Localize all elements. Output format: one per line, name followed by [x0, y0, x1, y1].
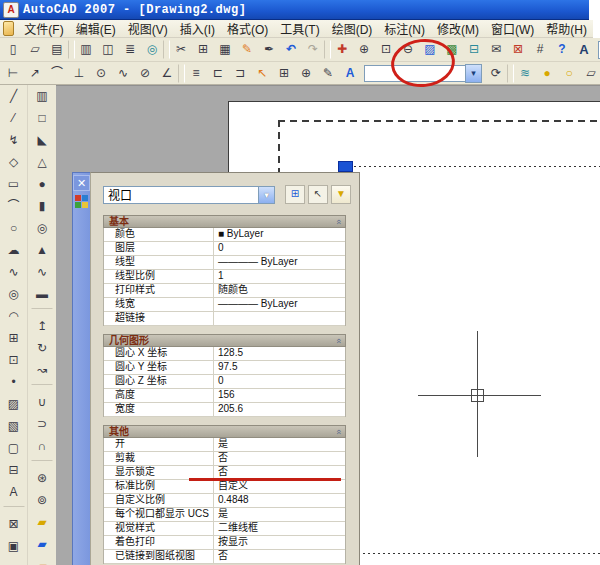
circle-button[interactable]: ○ — [2, 218, 26, 239]
visual-style-3d-hidden-button[interactable]: ▰ — [30, 534, 54, 555]
box-button[interactable]: □ — [30, 108, 54, 129]
property-row[interactable]: 圆心 Y 坐标 97.5 — [104, 361, 345, 375]
paste-button[interactable]: ▦ — [214, 39, 236, 60]
property-row[interactable]: 视觉样式 二维线框 — [104, 522, 345, 536]
save-button[interactable]: ▤ — [46, 39, 68, 60]
wedge-button[interactable]: ◣ — [30, 130, 54, 151]
polysolid-button[interactable]: ▥ — [30, 86, 54, 107]
menu-window[interactable]: 窗口(W) — [485, 19, 540, 38]
intersect-button[interactable]: ∩ — [30, 436, 54, 457]
copy-button[interactable]: ⊞ — [192, 39, 214, 60]
toolbar-separator[interactable] — [31, 308, 53, 314]
block-editor-button[interactable]: ✒ — [258, 39, 280, 60]
toolbar-separator[interactable] — [31, 384, 53, 390]
dimension-text-edit-button[interactable]: A — [339, 63, 361, 84]
toolbar-separator[interactable] — [68, 40, 75, 59]
arc-length-dimension-button[interactable]: ⌒ — [46, 63, 68, 84]
jogged-dimension-button[interactable]: ∿ — [112, 63, 134, 84]
toolbar-separator[interactable] — [324, 40, 331, 59]
etransmit-button[interactable]: ◎ — [141, 39, 163, 60]
toolbar-separator[interactable] — [178, 64, 185, 83]
multiline-text-button[interactable]: A — [2, 482, 26, 503]
plot-button[interactable]: ▥ — [75, 39, 97, 60]
menu-modify[interactable]: 修改(M) — [431, 19, 485, 38]
toolbar-separator[interactable] — [163, 40, 170, 59]
sheet-set-manager-button[interactable]: ⊟ — [463, 39, 485, 60]
quick-select-button[interactable]: ▼ — [331, 185, 351, 204]
collapse-chevron-icon[interactable]: « — [333, 429, 343, 434]
dbconnect-button[interactable]: ⊠ — [507, 39, 529, 60]
designcenter-button[interactable]: ▩ — [441, 39, 463, 60]
plot-preview-button[interactable]: ◫ — [97, 39, 119, 60]
render-button[interactable]: ● — [2, 558, 26, 565]
construction-line-button[interactable]: ⁄ — [2, 108, 26, 129]
pyramid-button[interactable]: ▲ — [30, 240, 54, 261]
quick-leader-button[interactable]: ↖ — [251, 63, 273, 84]
section-header-geometry[interactable]: 几何图形 « — [103, 334, 346, 347]
table-button[interactable]: ⊟ — [2, 460, 26, 481]
new-button[interactable]: ▯ — [2, 39, 24, 60]
revision-cloud-button[interactable]: ☁ — [2, 240, 26, 261]
sweep-button[interactable]: ↝ — [30, 360, 54, 381]
collapse-chevron-icon[interactable]: « — [333, 338, 343, 343]
center-mark-button[interactable]: ⊕ — [295, 63, 317, 84]
match-properties-button[interactable]: ✎ — [236, 39, 258, 60]
toolbar-separator[interactable] — [3, 506, 25, 512]
chevron-down-icon[interactable]: ▾ — [258, 187, 274, 203]
cut-button[interactable]: ✂ — [170, 39, 192, 60]
layer-freeze-icon[interactable]: ○ — [558, 63, 580, 84]
property-row[interactable]: 线型比例 1 — [104, 270, 345, 284]
quickcalc-button[interactable]: # — [529, 39, 551, 60]
property-row[interactable]: 圆心 Z 坐标 0 — [104, 375, 345, 389]
orbit-button[interactable]: ⊛ — [30, 468, 54, 489]
spline-button[interactable]: ∿ — [2, 262, 26, 283]
gradient-button[interactable]: ▧ — [2, 416, 26, 437]
revolve-button[interactable]: ↻ — [30, 338, 54, 359]
property-row[interactable]: 宽度 205.6 — [104, 403, 345, 417]
angular-dimension-button[interactable]: ∠ — [156, 63, 178, 84]
selected-viewport-bottom-edge[interactable] — [358, 553, 600, 554]
aligned-dimension-button[interactable]: ↗ — [24, 63, 46, 84]
menu-dimension[interactable]: 标注(N) — [378, 19, 431, 38]
menu-draw[interactable]: 绘图(D) — [326, 19, 379, 38]
drawing-file-icon[interactable] — [3, 21, 14, 36]
region-button[interactable]: ▢ — [2, 438, 26, 459]
properties-button[interactable]: ▨ — [419, 39, 441, 60]
quick-dimension-button[interactable]: ≡ — [185, 63, 207, 84]
collapse-chevron-icon[interactable]: « — [333, 219, 343, 224]
property-row[interactable]: 每个视口都显示 UCS 是 — [104, 508, 345, 522]
layer-properties-manager-button[interactable]: ≋ — [514, 63, 536, 84]
helix-button[interactable]: ∿ — [30, 262, 54, 283]
property-row[interactable]: 已链接到图纸视图 否 — [104, 550, 345, 564]
torus-button[interactable]: ◎ — [30, 218, 54, 239]
layer-plot-icon[interactable]: ▱ — [580, 63, 600, 84]
zoom-window-button[interactable]: ⊡ — [375, 39, 397, 60]
select-objects-button[interactable]: ↖ — [308, 185, 328, 204]
continue-dimension-button[interactable]: ⊐ — [229, 63, 251, 84]
arc-button[interactable]: ⌒ — [2, 196, 26, 217]
linear-dimension-button[interactable]: ⊢ — [2, 63, 24, 84]
polygon-button[interactable]: ◇ — [2, 152, 26, 173]
ellipse-button[interactable]: ◎ — [2, 284, 26, 305]
radius-dimension-button[interactable]: ⊙ — [90, 63, 112, 84]
diameter-dimension-button[interactable]: ⊘ — [134, 63, 156, 84]
menu-file[interactable]: 文件(F) — [18, 19, 69, 38]
sphere-button[interactable]: ● — [30, 174, 54, 195]
visual-style-realistic-button[interactable]: ▰ — [30, 556, 54, 565]
zoom-realtime-button[interactable]: ⊕ — [353, 39, 375, 60]
constrained-orbit-button[interactable]: ⊚ — [30, 490, 54, 511]
rectangle-button[interactable]: ▭ — [2, 174, 26, 195]
cylinder-button[interactable]: ▮ — [30, 196, 54, 217]
publish-button[interactable]: ≣ — [119, 39, 141, 60]
dimension-update-button[interactable]: ⟳ — [485, 63, 507, 84]
menu-view[interactable]: 视图(V) — [122, 19, 174, 38]
property-row[interactable]: 图层 0 — [104, 242, 345, 256]
toolbar-separator[interactable] — [507, 64, 514, 83]
extrude-button[interactable]: ↥ — [30, 316, 54, 337]
property-row[interactable]: 剪裁 否 — [104, 452, 345, 466]
render-region-button[interactable]: ⊠ — [2, 514, 26, 535]
property-row[interactable]: 颜色 ■ ByLayer — [104, 228, 345, 242]
property-row[interactable]: 超链接 — [104, 312, 345, 326]
hide-button[interactable]: ▣ — [2, 536, 26, 557]
section-header-misc[interactable]: 其他 « — [103, 425, 346, 438]
